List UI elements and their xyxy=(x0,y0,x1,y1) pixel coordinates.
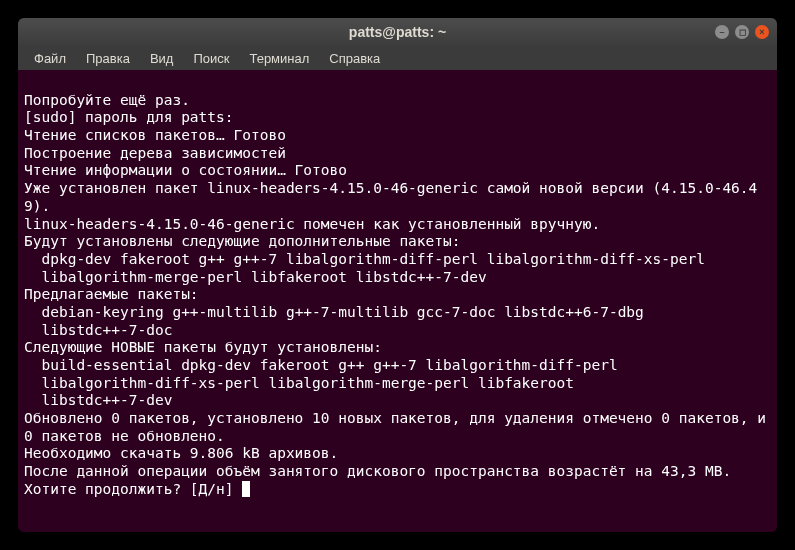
terminal-line: Чтение списков пакетов… Готово xyxy=(24,127,286,143)
menu-terminal[interactable]: Терминал xyxy=(241,49,317,68)
menubar: Файл Правка Вид Поиск Терминал Справка xyxy=(18,46,777,70)
menu-view[interactable]: Вид xyxy=(142,49,182,68)
maximize-button[interactable]: ◻ xyxy=(735,25,749,39)
terminal-window: patts@patts: ~ – ◻ × Файл Правка Вид Пои… xyxy=(18,18,777,532)
terminal-line: Следующие НОВЫЕ пакеты будут установлены… xyxy=(24,339,382,355)
titlebar: patts@patts: ~ – ◻ × xyxy=(18,18,777,46)
menu-edit[interactable]: Правка xyxy=(78,49,138,68)
window-title: patts@patts: ~ xyxy=(349,24,446,40)
terminal-line: libstdc++-7-dev xyxy=(24,392,172,408)
terminal-line: Необходимо скачать 9.806 kB архивов. xyxy=(24,445,338,461)
terminal-line: dpkg-dev fakeroot g++ g++-7 libalgorithm… xyxy=(24,251,705,267)
terminal-line: Чтение информации о состоянии… Готово xyxy=(24,162,347,178)
terminal-line: Обновлено 0 пакетов, установлено 10 новы… xyxy=(24,410,775,444)
close-icon: × xyxy=(759,27,764,37)
terminal-line: libalgorithm-merge-perl libfakeroot libs… xyxy=(24,269,487,285)
terminal-line: Будут установлены следующие дополнительн… xyxy=(24,233,461,249)
terminal-output[interactable]: Попробуйте ещё раз. [sudo] пароль для pa… xyxy=(18,70,777,532)
terminal-prompt: Хотите продолжить? [Д/н] xyxy=(24,481,242,497)
terminal-line: libstdc++-7-doc xyxy=(24,322,172,338)
window-controls: – ◻ × xyxy=(715,25,769,39)
terminal-line: Построение дерева зависимостей xyxy=(24,145,286,161)
terminal-line: linux-headers-4.15.0-46-generic помечен … xyxy=(24,216,600,232)
minimize-button[interactable]: – xyxy=(715,25,729,39)
terminal-line: [sudo] пароль для patts: xyxy=(24,109,234,125)
terminal-line: Попробуйте ещё раз. xyxy=(24,92,190,108)
terminal-line: debian-keyring g++-multilib g++-7-multil… xyxy=(24,304,644,320)
terminal-line: libalgorithm-diff-xs-perl libalgorithm-m… xyxy=(24,375,574,391)
terminal-line: build-essential dpkg-dev fakeroot g++ g+… xyxy=(24,357,618,373)
maximize-icon: ◻ xyxy=(739,27,746,37)
menu-file[interactable]: Файл xyxy=(26,49,74,68)
terminal-line: Предлагаемые пакеты: xyxy=(24,286,199,302)
text-cursor xyxy=(242,481,250,497)
terminal-line: Уже установлен пакет linux-headers-4.15.… xyxy=(24,180,757,214)
terminal-line: После данной операции объём занятого дис… xyxy=(24,463,731,479)
menu-help[interactable]: Справка xyxy=(321,49,388,68)
minimize-icon: – xyxy=(719,27,724,37)
menu-search[interactable]: Поиск xyxy=(185,49,237,68)
close-button[interactable]: × xyxy=(755,25,769,39)
